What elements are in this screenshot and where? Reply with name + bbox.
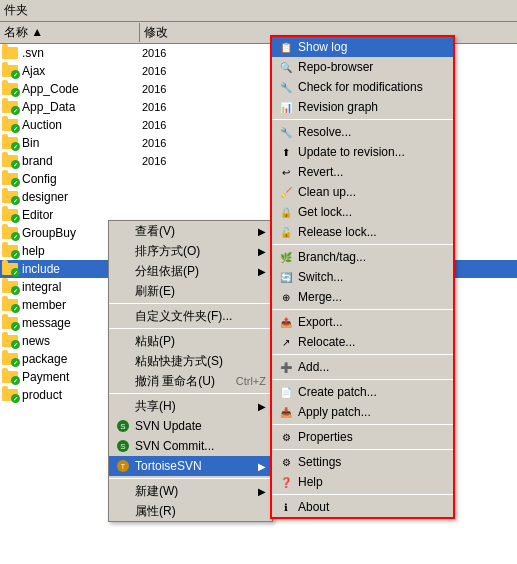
menu-item-label: Settings bbox=[298, 455, 341, 469]
folder-icon: ✓ bbox=[2, 351, 20, 367]
menu-item-switch[interactable]: 🔄Switch... bbox=[272, 267, 453, 287]
menu-item-svn_update[interactable]: SSVN Update bbox=[109, 416, 272, 436]
menu-separator bbox=[272, 449, 453, 450]
menu-icon-relocate: ↗ bbox=[278, 334, 294, 350]
menu-item-label: 撤消 重命名(U) bbox=[135, 373, 215, 390]
menu-item-svn_commit[interactable]: SSVN Commit... bbox=[109, 436, 272, 456]
folder-icon: ✓ bbox=[2, 225, 20, 241]
menu-separator bbox=[109, 393, 272, 394]
menu-item-clean_up[interactable]: 🧹Clean up... bbox=[272, 182, 453, 202]
menu-separator bbox=[272, 354, 453, 355]
menu-item-release_lock[interactable]: 🔓Release lock... bbox=[272, 222, 453, 242]
menu-item-custom_folder[interactable]: 自定义文件夹(F)... bbox=[109, 306, 272, 326]
menu-item-branch_tag[interactable]: 🌿Branch/tag... bbox=[272, 247, 453, 267]
menu-icon-new bbox=[115, 483, 131, 499]
menu-item-add[interactable]: ➕Add... bbox=[272, 357, 453, 377]
menu-icon-about: ℹ bbox=[278, 499, 294, 515]
file-name: App_Data bbox=[22, 100, 142, 114]
menu-icon-refresh bbox=[115, 283, 131, 299]
menu-icon-apply_patch: 📥 bbox=[278, 404, 294, 420]
menu-item-revision_graph[interactable]: 📊Revision graph bbox=[272, 97, 453, 117]
menu-icon-help: ❓ bbox=[278, 474, 294, 490]
menu-item-label: Repo-browser bbox=[298, 60, 373, 74]
folder-icon: ✓ bbox=[2, 189, 20, 205]
folder-icon: ✓ bbox=[2, 387, 20, 403]
menu-item-label: 自定义文件夹(F)... bbox=[135, 308, 232, 325]
menu-item-label: Show log bbox=[298, 40, 347, 54]
folder-icon: ✓ bbox=[2, 171, 20, 187]
menu-item-label: Relocate... bbox=[298, 335, 355, 349]
menu-item-properties[interactable]: 属性(R) bbox=[109, 501, 272, 521]
menu-item-undo[interactable]: 撤消 重命名(U)Ctrl+Z bbox=[109, 371, 272, 391]
menu-separator bbox=[272, 424, 453, 425]
folder-icon: ✓ bbox=[2, 207, 20, 223]
folder-icon: ✓ bbox=[2, 135, 20, 151]
file-name: Ajax bbox=[22, 64, 142, 78]
menu-icon-get_lock: 🔒 bbox=[278, 204, 294, 220]
svg-text:T: T bbox=[121, 463, 126, 470]
menu-item-apply_patch[interactable]: 📥Apply patch... bbox=[272, 402, 453, 422]
menu-icon-create_patch: 📄 bbox=[278, 384, 294, 400]
menu-item-relocate[interactable]: ↗Relocate... bbox=[272, 332, 453, 352]
menu-icon-view bbox=[115, 223, 131, 239]
menu-item-label: 属性(R) bbox=[135, 503, 176, 520]
menu-icon-check_modifications: 🔧 bbox=[278, 79, 294, 95]
menu-icon-undo bbox=[115, 373, 131, 389]
menu-item-refresh[interactable]: 刷新(E) bbox=[109, 281, 272, 301]
menu-icon-group bbox=[115, 263, 131, 279]
menu-item-paste[interactable]: 粘贴(P) bbox=[109, 331, 272, 351]
menu-item-show_log[interactable]: 📋Show log bbox=[272, 37, 453, 57]
menu-icon-svn_update: S bbox=[115, 418, 131, 434]
menu-icon-repo_browser: 🔍 bbox=[278, 59, 294, 75]
menu-item-resolve[interactable]: 🔧Resolve... bbox=[272, 122, 453, 142]
menu-item-tortoise_svn[interactable]: TTortoiseSVN▶ bbox=[109, 456, 272, 476]
menu-item-sort[interactable]: 排序方式(O)▶ bbox=[109, 241, 272, 261]
menu-item-label: Apply patch... bbox=[298, 405, 371, 419]
menu-item-create_patch[interactable]: 📄Create patch... bbox=[272, 382, 453, 402]
column-name[interactable]: 名称 ▲ bbox=[0, 23, 140, 42]
menu-item-merge[interactable]: ⊕Merge... bbox=[272, 287, 453, 307]
folder-icon: ✓ bbox=[2, 297, 20, 313]
menu-item-export[interactable]: 📤Export... bbox=[272, 312, 453, 332]
menu-separator bbox=[272, 244, 453, 245]
menu-separator bbox=[109, 328, 272, 329]
menu-item-settings[interactable]: ⚙Settings bbox=[272, 452, 453, 472]
menu-item-label: Help bbox=[298, 475, 323, 489]
menu-item-label: Get lock... bbox=[298, 205, 352, 219]
menu-icon-svn_commit: S bbox=[115, 438, 131, 454]
menu-item-new[interactable]: 新建(W)▶ bbox=[109, 481, 272, 501]
folder-icon: ✓ bbox=[2, 81, 20, 97]
folder-icon: ✓ bbox=[2, 153, 20, 169]
menu-item-about[interactable]: ℹAbout bbox=[272, 497, 453, 517]
file-name: App_Code bbox=[22, 82, 142, 96]
menu-item-label: About bbox=[298, 500, 329, 514]
folder-icon: ✓ bbox=[2, 315, 20, 331]
menu-item-share[interactable]: 共享(H)▶ bbox=[109, 396, 272, 416]
menu-item-label: Revert... bbox=[298, 165, 343, 179]
menu-item-label: SVN Update bbox=[135, 419, 202, 433]
window-title: 件夹 bbox=[4, 3, 28, 17]
menu-item-repo_browser[interactable]: 🔍Repo-browser bbox=[272, 57, 453, 77]
menu-item-label: 查看(V) bbox=[135, 223, 175, 240]
menu-item-update_revision[interactable]: ⬆Update to revision... bbox=[272, 142, 453, 162]
menu-item-label: SVN Commit... bbox=[135, 439, 214, 453]
menu-item-label: Revision graph bbox=[298, 100, 378, 114]
svg-text:S: S bbox=[120, 442, 125, 451]
menu-icon-merge: ⊕ bbox=[278, 289, 294, 305]
context-menu-left: 查看(V)▶排序方式(O)▶分组依据(P)▶刷新(E)自定义文件夹(F)...粘… bbox=[108, 220, 273, 522]
submenu-arrow: ▶ bbox=[258, 246, 266, 257]
menu-item-help[interactable]: ❓Help bbox=[272, 472, 453, 492]
menu-item-group[interactable]: 分组依据(P)▶ bbox=[109, 261, 272, 281]
folder-icon: ✓ bbox=[2, 369, 20, 385]
menu-item-properties[interactable]: ⚙Properties bbox=[272, 427, 453, 447]
menu-item-revert[interactable]: ↩Revert... bbox=[272, 162, 453, 182]
menu-item-paste_shortcut[interactable]: 粘贴快捷方式(S) bbox=[109, 351, 272, 371]
file-name: Config bbox=[22, 172, 142, 186]
file-name: Bin bbox=[22, 136, 142, 150]
menu-item-get_lock[interactable]: 🔒Get lock... bbox=[272, 202, 453, 222]
menu-item-check_modifications[interactable]: 🔧Check for modifications bbox=[272, 77, 453, 97]
folder-icon: ✓ bbox=[2, 99, 20, 115]
menu-icon-share bbox=[115, 398, 131, 414]
menu-icon-branch_tag: 🌿 bbox=[278, 249, 294, 265]
menu-item-view[interactable]: 查看(V)▶ bbox=[109, 221, 272, 241]
